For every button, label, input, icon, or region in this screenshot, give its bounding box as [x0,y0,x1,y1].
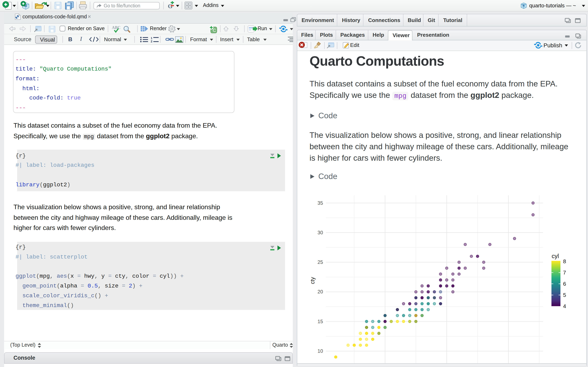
svg-text:ABC: ABC [112,25,121,30]
svg-text:R: R [522,4,525,7]
svg-text:1: 1 [150,37,152,40]
svg-text:2: 2 [150,40,152,42]
svg-text:C: C [213,27,216,33]
